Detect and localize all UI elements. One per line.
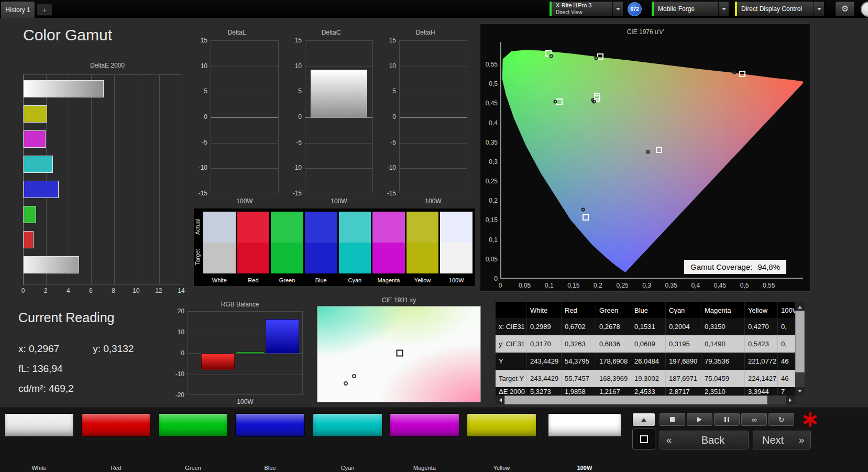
- deltae-bar-blue: [24, 181, 59, 198]
- swatch-column-100w: 100W: [440, 212, 473, 273]
- swatch-label: Cyan: [339, 277, 371, 283]
- swatch-column-blue: Blue: [305, 212, 337, 273]
- patch-button-blue[interactable]: [235, 413, 305, 437]
- gridline: [211, 117, 278, 118]
- deltae-x-tick-label: 12: [155, 287, 162, 294]
- next-chevron-icon: »: [793, 434, 810, 446]
- back-button[interactable]: « Back: [660, 431, 749, 449]
- y-tick-label: -10: [380, 164, 396, 171]
- deltae-plot: [23, 74, 182, 285]
- next-button[interactable]: Next »: [753, 431, 811, 449]
- patch-button-cyan[interactable]: [313, 413, 382, 437]
- gridline: [211, 92, 278, 92]
- deltae-x-tick-label: 4: [67, 287, 70, 294]
- actual-swatch: [372, 212, 405, 243]
- y-tick-label: -20: [173, 391, 184, 399]
- patch-label: Cyan: [313, 465, 382, 471]
- cie1931-plot: [317, 306, 481, 402]
- delta-h-x-label: 100W: [399, 197, 467, 205]
- pattern-source-dropdown[interactable]: Mobile Forge: [651, 1, 729, 17]
- measurement-count: 672: [630, 6, 639, 12]
- value-cell: 3,3944: [745, 387, 778, 396]
- reading-fl: fL: 136,94: [18, 363, 134, 375]
- top-bar: History 1 + X-Rite i1Pro 3 Direct View 6…: [0, 0, 868, 18]
- scroll-down-button[interactable]: [795, 387, 805, 396]
- scroll-left-button[interactable]: [496, 396, 504, 404]
- cie1976-y-tick-label: 0,5: [480, 80, 498, 87]
- y-tick-label: 10: [380, 62, 396, 70]
- y-tick-label: 15: [380, 37, 396, 44]
- patch-button-red[interactable]: [81, 413, 151, 437]
- y-tick-label: 10: [173, 328, 184, 336]
- delta-l-y-axis: 151050-5-10-15: [193, 40, 208, 193]
- scroll-right-button[interactable]: [786, 396, 795, 404]
- new-tab-button[interactable]: +: [37, 4, 52, 16]
- swatch-grid: WhiteRedGreenBlueCyanMagentaYellow100W: [203, 212, 473, 273]
- table-body: WhiteRedGreenBlueCyanMagentaYellow100Wx:…: [496, 302, 795, 396]
- table-row: y: CIE310,31700,32630,68360,06890,31950,…: [496, 335, 795, 353]
- gridline: [211, 168, 278, 169]
- corner-status-icon[interactable]: [861, 2, 868, 17]
- chevron-down-icon: [718, 2, 729, 16]
- row-label-cell: x: CIE31: [496, 318, 527, 335]
- actual-swatch: [237, 212, 270, 243]
- target-marker-red: [739, 71, 745, 77]
- y-tick-label: 15: [192, 37, 207, 44]
- scroll-up-button[interactable]: [795, 302, 805, 311]
- value-cell: 0,5423: [745, 335, 778, 353]
- meter-dropdown[interactable]: X-Rite i1Pro 3 Direct View: [549, 1, 623, 17]
- table-row: x: CIE310,29890,67020,26780,15310,20040,…: [496, 318, 795, 335]
- patch-button-100w[interactable]: [548, 413, 621, 437]
- pause-icon: [724, 417, 729, 422]
- stop-button[interactable]: [660, 413, 685, 426]
- error-asterisk-icon: [801, 411, 818, 428]
- value-cell: 79,3536: [701, 353, 745, 370]
- value-cell: 2,8717: [666, 387, 701, 396]
- history-tab[interactable]: History 1: [1, 2, 35, 18]
- cie1976-x-tick-label: 0,3: [642, 282, 651, 289]
- reading-xy-line: x: 0,2967 y: 0,3132: [18, 343, 134, 355]
- deltae2000-chart: DeltaE 2000 02468101214: [22, 62, 193, 299]
- cie1976-x-tick-label: 0,25: [616, 282, 628, 289]
- loop-button[interactable]: [741, 413, 767, 426]
- patch-button-magenta[interactable]: [390, 413, 459, 437]
- vertical-scroll-thumb[interactable]: [795, 311, 805, 372]
- history-tab-label: History 1: [5, 6, 30, 14]
- deltae-gridline: [69, 75, 69, 284]
- patch-label: White: [4, 465, 74, 471]
- target-swatch: [406, 243, 439, 273]
- meter-mode: Direct View: [556, 9, 591, 16]
- play-button[interactable]: [687, 413, 712, 426]
- table-vertical-scrollbar[interactable]: [795, 302, 805, 396]
- header-cell: Magenta: [701, 302, 745, 318]
- refresh-button[interactable]: [768, 413, 794, 426]
- value-cell: 75,0459: [701, 370, 745, 387]
- rgb-bar-red: [201, 354, 235, 370]
- rgb-bar-blue: [266, 319, 299, 354]
- patch-button-green[interactable]: [158, 413, 228, 437]
- cie1976-x-tick-label: 0,55: [763, 282, 775, 289]
- display-control-dropdown[interactable]: Direct Display Control: [734, 1, 825, 17]
- pattern-up-button[interactable]: [632, 413, 655, 426]
- target-marker-yellow: [597, 53, 603, 60]
- swatch-label: White: [203, 277, 236, 283]
- target-swatch: [440, 243, 473, 273]
- pattern-window-button[interactable]: [632, 429, 655, 449]
- patch-button-white[interactable]: [4, 413, 74, 437]
- deltac-bar: [311, 70, 367, 117]
- table-horizontal-scrollbar[interactable]: [496, 396, 795, 404]
- cie1976-x-tick-label: 0,1: [545, 282, 554, 289]
- row-label-cell: y: CIE31: [496, 335, 527, 353]
- value-cell: 5,3273: [527, 387, 562, 396]
- deltae-bar-100w: [24, 256, 79, 273]
- delta-c-plot: [305, 40, 373, 193]
- settings-button[interactable]: [835, 1, 855, 17]
- back-chevron-icon: «: [660, 434, 678, 446]
- table-row: Y243,442954,3795178,690826,0484197,68907…: [496, 353, 795, 370]
- pattern-dropdown-text: Mobile Forge: [654, 2, 699, 16]
- pause-button[interactable]: [714, 413, 740, 426]
- rgb-balance-y-axis: 20100-10-20: [174, 311, 185, 395]
- horizontal-scroll-thumb[interactable]: [504, 396, 767, 404]
- patch-button-yellow[interactable]: [467, 413, 536, 437]
- measured-marker-cyan: [554, 100, 557, 103]
